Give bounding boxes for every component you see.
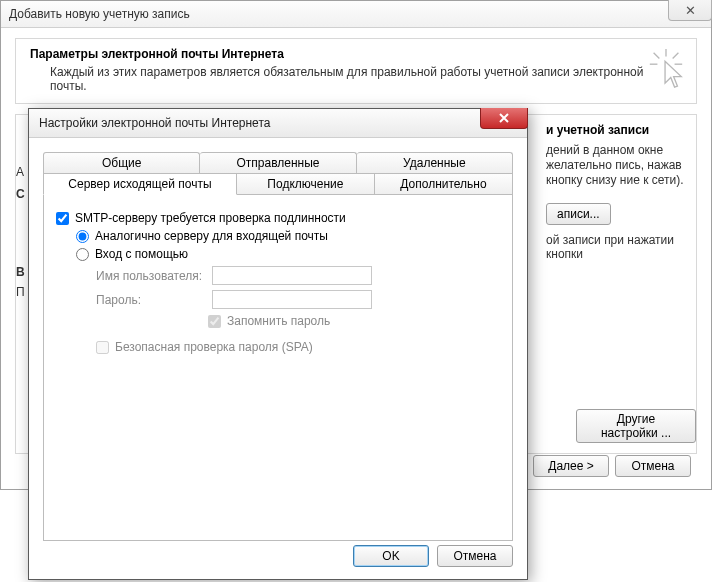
dialog-close-button[interactable] — [480, 108, 528, 129]
tab-general[interactable]: Общие — [43, 152, 200, 173]
radio-same-as-incoming[interactable] — [76, 230, 89, 243]
next-button[interactable]: Далее > — [533, 455, 609, 477]
spa-label: Безопасная проверка пароля (SPA) — [115, 340, 313, 354]
wizard-close-button[interactable]: ✕ — [668, 0, 712, 21]
svg-line-3 — [654, 53, 660, 59]
tab-row: Общие Отправленные Удаленные — [43, 152, 513, 173]
ok-button[interactable]: OK — [353, 545, 429, 567]
radio-logon-using[interactable] — [76, 248, 89, 261]
spa-checkbox[interactable] — [96, 341, 109, 354]
more-settings-button[interactable]: Другие настройки ... — [576, 409, 696, 443]
wizard-title: Добавить новую учетную запись — [9, 7, 190, 21]
panel-section-heading: и учетной записи — [546, 123, 649, 137]
cancel-button[interactable]: Отмена — [437, 545, 513, 567]
tabs-container: Общие Отправленные Удаленные Сервер исхо… — [29, 138, 527, 541]
settings-dialog: Настройки электронной почты Интернета Об… — [28, 108, 528, 580]
tab-deleted[interactable]: Удаленные — [357, 152, 513, 173]
smtp-auth-label: SMTP-серверу требуется проверка подлинно… — [75, 211, 346, 225]
radio-same-label: Аналогично серверу для входящей почты — [95, 229, 328, 243]
username-label: Имя пользователя: — [96, 269, 206, 283]
left-stub: С — [16, 187, 25, 201]
tab-row: Сервер исходящей почты Подключение Допол… — [43, 173, 513, 195]
tab-connection[interactable]: Подключение — [237, 173, 375, 195]
cursor-icon — [646, 47, 686, 89]
left-stub: В — [16, 265, 25, 279]
password-input[interactable] — [212, 290, 372, 309]
close-icon: ✕ — [685, 3, 696, 18]
test-account-button[interactable]: аписи... — [546, 203, 611, 225]
tab-sent[interactable]: Отправленные — [200, 152, 356, 173]
dialog-title: Настройки электронной почты Интернета — [39, 116, 270, 130]
dialog-titlebar: Настройки электронной почты Интернета — [29, 109, 527, 138]
password-label: Пароль: — [96, 293, 206, 307]
username-input[interactable] — [212, 266, 372, 285]
panel-section-text: ой записи при нажатии кнопки — [546, 233, 706, 261]
svg-line-4 — [673, 53, 679, 59]
wizard-header-title: Параметры электронной почты Интернета — [30, 47, 682, 61]
wizard-header-subtitle: Каждый из этих параметров является обяза… — [30, 65, 682, 93]
wizard-header: Параметры электронной почты Интернета Ка… — [15, 38, 697, 104]
left-stub: А — [16, 165, 24, 179]
radio-logon-label: Вход с помощью — [95, 247, 188, 261]
close-icon — [498, 112, 510, 124]
tab-outgoing-server[interactable]: Сервер исходящей почты — [43, 173, 237, 195]
wizard-titlebar: Добавить новую учетную запись ✕ — [1, 1, 711, 28]
panel-section-text: дений в данном окне желательно пись, наж… — [546, 143, 696, 188]
remember-password-label: Запомнить пароль — [227, 314, 330, 328]
tab-panel-outgoing-server: SMTP-серверу требуется проверка подлинно… — [43, 195, 513, 541]
dialog-footer: OK Отмена — [353, 545, 513, 567]
left-stub: П — [16, 285, 25, 299]
remember-password-checkbox[interactable] — [208, 315, 221, 328]
smtp-auth-checkbox[interactable] — [56, 212, 69, 225]
tab-advanced[interactable]: Дополнительно — [375, 173, 513, 195]
cancel-button[interactable]: Отмена — [615, 455, 691, 477]
